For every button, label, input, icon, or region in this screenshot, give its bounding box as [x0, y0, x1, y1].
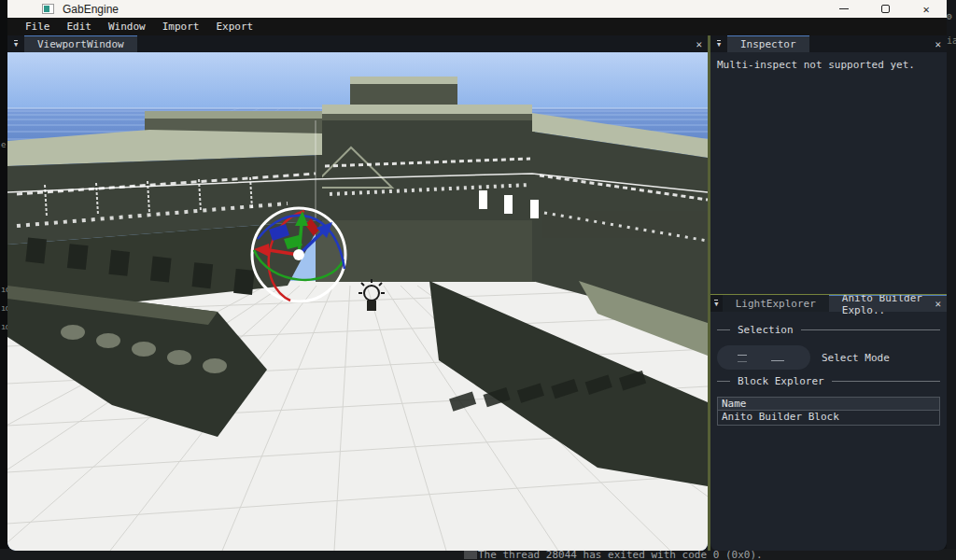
table-header-name: Name [718, 398, 939, 411]
collapse-icon: ▼ [14, 40, 18, 48]
window-controls: ✕ [823, 0, 947, 18]
translate-gizmo[interactable] [252, 208, 345, 301]
viewport-tabbar: ▼ ViewportWindow ✕ [7, 35, 708, 52]
tab-viewport-window[interactable]: ViewportWindow [24, 35, 137, 52]
menu-edit[interactable]: Edit [59, 21, 101, 33]
table-row-anito-builder-block[interactable]: Anito Builder Block [718, 411, 939, 425]
select-mode-label: Select Mode [822, 352, 890, 364]
menu-export[interactable]: Export [208, 21, 262, 33]
selection-section-header: Selection [717, 324, 940, 336]
tab-anito-builder-explorer[interactable]: Anito Builder Explo.. [829, 295, 947, 312]
viewport-close-icon[interactable]: ✕ [696, 35, 702, 52]
selection-section-label: Selection [738, 324, 794, 336]
collapse-icon: ▼ [714, 300, 718, 307]
viewport-dock: ▼ ViewportWindow ✕ [7, 35, 708, 551]
minimize-icon [839, 8, 849, 9]
background-scrollbar-thumb [464, 551, 477, 559]
inspector-collapse-button[interactable]: ▼ [710, 40, 727, 48]
tab-light-explorer[interactable]: LightExplorer [723, 295, 829, 312]
menu-import[interactable]: Import [154, 21, 208, 33]
block-explorer-section-header: Block Explorer [717, 375, 940, 387]
gabengine-window: GabEngine ✕ File Edit Window Import Expo… [7, 0, 947, 551]
right-dock: ▼ Inspector ✕ Multi-inspect not supporte… [710, 35, 947, 551]
viewport-3d-canvas[interactable] [7, 52, 708, 551]
block-explorer-section-label: Block Explorer [738, 375, 824, 387]
window-title: GabEngine [63, 3, 119, 16]
background-window-right-edge: ⚙ ia [947, 0, 956, 560]
explorer-tabbar: ▼ LightExplorer Anito Builder Explo.. ✕ [710, 295, 947, 312]
explorer-panel: ▼ LightExplorer Anito Builder Explo.. ✕ … [710, 294, 947, 551]
inspector-close-icon[interactable]: ✕ [935, 35, 941, 52]
menu-bar: File Edit Window Import Export [7, 18, 947, 35]
collapse-icon: ▼ [717, 40, 721, 48]
inspector-tabbar: ▼ Inspector ✕ [710, 35, 947, 52]
minimize-button[interactable] [823, 0, 865, 18]
maximize-icon [881, 5, 890, 13]
close-button[interactable]: ✕ [906, 0, 947, 18]
desktop: { "glyphs": { "collapse": "▼", "close": … [0, 0, 956, 560]
menu-file[interactable]: File [17, 21, 59, 33]
block-explorer-table: Name Anito Builder Block [717, 397, 940, 426]
menu-window[interactable]: Window [100, 21, 154, 33]
app-icon [42, 4, 54, 14]
explorer-collapse-button[interactable]: ▼ [710, 300, 723, 307]
titlebar: GabEngine ✕ [7, 0, 947, 18]
maximize-button[interactable] [865, 0, 906, 18]
select-mode-combo[interactable] [717, 345, 810, 370]
tab-inspector[interactable]: Inspector [727, 35, 809, 52]
inspector-panel: ▼ Inspector ✕ Multi-inspect not supporte… [710, 35, 947, 294]
inspector-message: Multi-inspect not supported yet. [717, 59, 940, 71]
viewport-collapse-button[interactable]: ▼ [7, 40, 24, 48]
explorer-close-icon[interactable]: ✕ [935, 295, 941, 312]
gear-icon: ⚙ [947, 11, 952, 21]
background-window-left-edge: e ıc ıo ıo [0, 0, 7, 560]
